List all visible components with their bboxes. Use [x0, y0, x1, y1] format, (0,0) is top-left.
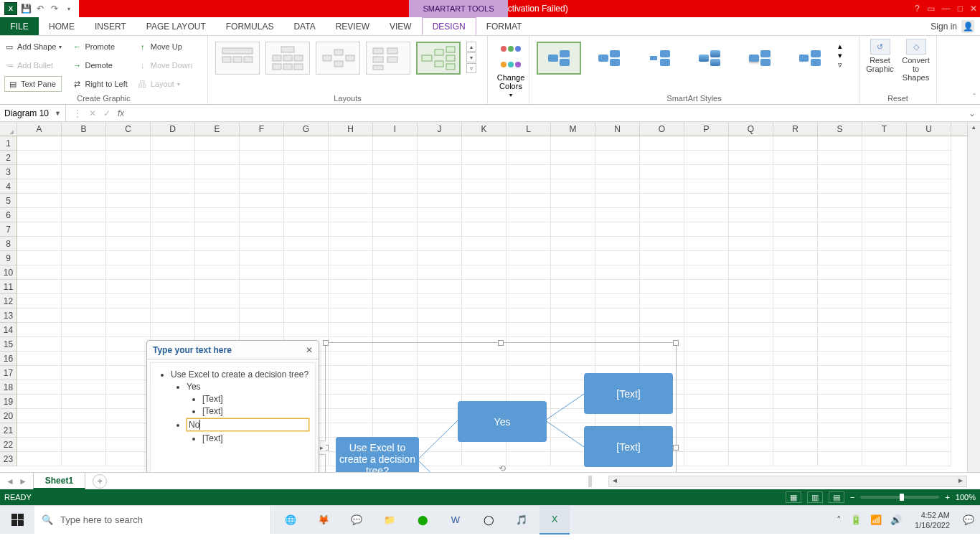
cell[interactable] — [729, 395, 773, 409]
row-header[interactable]: 17 — [0, 366, 17, 380]
cell[interactable] — [551, 280, 595, 294]
style-thumb-2[interactable] — [587, 42, 631, 75]
cell[interactable] — [151, 265, 195, 280]
cell[interactable] — [151, 323, 195, 337]
cell[interactable] — [507, 280, 551, 294]
cell[interactable] — [62, 366, 106, 380]
cell[interactable] — [907, 395, 951, 409]
cell[interactable] — [462, 165, 507, 179]
cell[interactable] — [640, 151, 684, 165]
cell[interactable] — [595, 222, 640, 237]
cell[interactable] — [462, 222, 507, 237]
sheet-nav-prev-icon[interactable]: ◄ — [6, 476, 14, 486]
cell[interactable] — [862, 452, 907, 466]
cell[interactable] — [907, 165, 951, 179]
cell[interactable] — [818, 323, 862, 337]
cell[interactable] — [329, 179, 373, 194]
row-header[interactable]: 23 — [0, 452, 17, 466]
cell[interactable] — [462, 251, 507, 265]
cell[interactable] — [684, 136, 729, 151]
cell[interactable] — [151, 151, 195, 165]
cell[interactable] — [773, 337, 818, 352]
reset-graphic-button[interactable]: ↺ Reset Graphic — [864, 39, 896, 82]
cell[interactable] — [773, 179, 818, 194]
column-header[interactable]: T — [862, 122, 907, 136]
column-header[interactable]: H — [329, 122, 373, 136]
cell[interactable] — [551, 265, 595, 280]
scroll-up-icon[interactable]: ▴ — [466, 42, 476, 52]
cell[interactable] — [507, 237, 551, 251]
cell[interactable] — [640, 309, 684, 323]
cell[interactable] — [595, 194, 640, 208]
column-header[interactable]: C — [106, 122, 151, 136]
worksheet-grid[interactable]: ABCDEFGHIJKLMNOPQRSTU 123456789101112131… — [0, 122, 980, 472]
cell[interactable] — [62, 151, 106, 165]
row-header[interactable]: 20 — [0, 409, 17, 423]
cell[interactable] — [329, 309, 373, 323]
cell[interactable] — [17, 309, 62, 323]
cell[interactable] — [195, 222, 240, 237]
row-header[interactable]: 5 — [0, 194, 17, 208]
cell[interactable] — [729, 323, 773, 337]
cell[interactable] — [729, 237, 773, 251]
cell[interactable] — [151, 165, 195, 179]
taskbar-app-icon[interactable]: ◯ — [473, 506, 504, 534]
column-header[interactable]: F — [240, 122, 284, 136]
cell[interactable] — [595, 265, 640, 280]
sheet-nav[interactable]: ◄ ► — [0, 476, 33, 486]
cell[interactable] — [507, 165, 551, 179]
tab-page-layout[interactable]: PAGE LAYOUT — [136, 17, 216, 35]
cell[interactable] — [862, 237, 907, 251]
cell[interactable] — [106, 337, 151, 352]
cell[interactable] — [17, 165, 62, 179]
row-header[interactable]: 16 — [0, 352, 17, 366]
cell[interactable] — [507, 265, 551, 280]
cell[interactable] — [551, 165, 595, 179]
cell[interactable] — [862, 352, 907, 366]
layouts-scroll[interactable]: ▴ ▾ ▿ — [466, 42, 476, 73]
cell[interactable] — [773, 237, 818, 251]
cell[interactable] — [373, 136, 418, 151]
cell[interactable] — [195, 179, 240, 194]
cell[interactable] — [818, 222, 862, 237]
text-pane-item-root[interactable]: Use Excel to create a decision tree? Yes… — [171, 369, 309, 443]
cell[interactable] — [862, 208, 907, 222]
style-thumb-5[interactable] — [738, 42, 782, 75]
cell[interactable] — [862, 438, 907, 452]
resize-handle[interactable] — [673, 340, 679, 346]
cell[interactable] — [551, 251, 595, 265]
cell[interactable] — [507, 294, 551, 309]
right-to-left-button[interactable]: ⇄Right to Left — [72, 76, 127, 92]
cell[interactable] — [284, 136, 329, 151]
cell[interactable] — [907, 380, 951, 395]
cell[interactable] — [907, 294, 951, 309]
cell[interactable] — [240, 309, 284, 323]
cell[interactable] — [329, 265, 373, 280]
cell[interactable] — [106, 251, 151, 265]
cell[interactable] — [151, 280, 195, 294]
cell[interactable] — [551, 294, 595, 309]
cell[interactable] — [17, 380, 62, 395]
column-header[interactable]: O — [640, 122, 684, 136]
row-header[interactable]: 12 — [0, 294, 17, 309]
smartart-node-yes[interactable]: Yes — [458, 401, 547, 442]
cell[interactable] — [595, 165, 640, 179]
cell[interactable] — [62, 352, 106, 366]
column-header[interactable]: G — [284, 122, 329, 136]
cell[interactable] — [284, 309, 329, 323]
column-header[interactable]: L — [507, 122, 551, 136]
column-header[interactable]: U — [907, 122, 951, 136]
row-header[interactable]: 15 — [0, 337, 17, 352]
cell[interactable] — [373, 237, 418, 251]
text-pane-body[interactable]: Use Excel to create a decision tree? Yes… — [150, 362, 316, 472]
cell[interactable] — [106, 237, 151, 251]
text-pane-item-placeholder[interactable]: [Text] — [202, 406, 309, 416]
cell[interactable] — [551, 194, 595, 208]
smartart-node-root[interactable]: Use Excel to create a decision tree? — [336, 437, 419, 472]
cell[interactable] — [329, 194, 373, 208]
cell[interactable] — [684, 237, 729, 251]
cell[interactable] — [818, 179, 862, 194]
cell[interactable] — [773, 222, 818, 237]
cell[interactable] — [195, 136, 240, 151]
ribbon-display-icon[interactable]: ▭ — [927, 4, 935, 14]
